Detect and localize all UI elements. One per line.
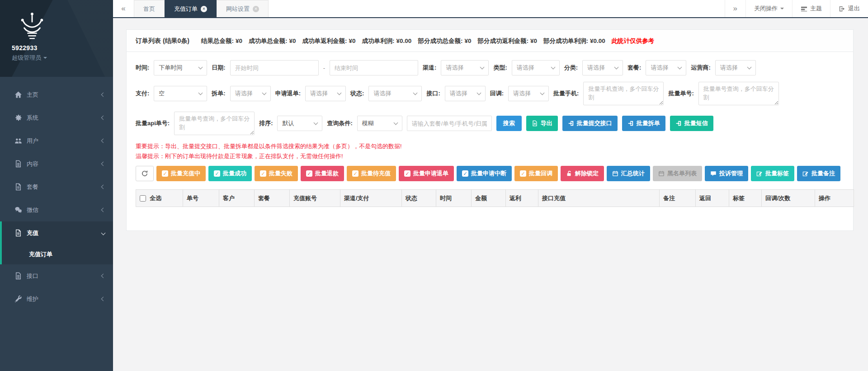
refund-filter-label: 申请退单: — [275, 89, 301, 98]
logout-button[interactable]: 退出 — [830, 0, 868, 17]
complaint-manage-button[interactable]: 投诉管理 — [705, 166, 748, 181]
table-header-row: 全选 单号 客户 套餐 充值账号 渠道/支付 状态 时间 金额 — [136, 190, 854, 207]
file-text-icon — [14, 160, 22, 168]
batch-refund-button[interactable]: ✓批量退款 — [301, 166, 344, 181]
time-type-select[interactable]: 下单时间 — [154, 60, 207, 75]
chevron-left-icon — [101, 139, 106, 143]
unlock-button[interactable]: 解除锁定 — [561, 166, 604, 181]
tab-home[interactable]: 首页 — [134, 0, 165, 17]
summary-stats-button[interactable]: 汇总统计 — [607, 166, 650, 181]
col-callback-count: 回调/次数 — [762, 190, 815, 207]
callback-select[interactable]: 请选择 — [508, 86, 549, 101]
main-area: « 首页 充值订单 × 网站设置 × » 关闭操作 — [113, 0, 868, 371]
sidebar-item-label: 接口 — [27, 272, 102, 280]
sidebar-item-system[interactable]: 系统 — [0, 106, 113, 129]
start-date-input[interactable] — [230, 60, 319, 75]
col-return: 返回 — [696, 190, 729, 207]
chevron-down-icon — [198, 91, 203, 95]
keyword-search-input[interactable] — [407, 116, 492, 131]
sidebar-nav: 主页 系统 用户 内容 套餐 — [0, 77, 113, 310]
batch-pending-button[interactable]: ✓批量待充值 — [347, 166, 396, 181]
close-operations-dropdown[interactable]: 关闭操作 — [745, 0, 792, 17]
refresh-icon — [141, 170, 148, 177]
operator-filter-label: 运营商: — [691, 64, 710, 72]
split-select[interactable]: 请选择 — [230, 86, 271, 101]
tab-recharge-orders[interactable]: 充值订单 × — [165, 0, 217, 17]
select-all-checkbox[interactable] — [140, 195, 146, 202]
sidebar-item-label: 主页 — [27, 91, 102, 99]
chevron-left-icon — [101, 297, 106, 301]
sign-in-icon — [675, 120, 682, 127]
batch-fail-button[interactable]: ✓批量失败 — [255, 166, 298, 181]
select-all-header: 全选 — [136, 190, 183, 207]
date-range-separator: - — [323, 65, 325, 71]
batch-tag-button[interactable]: 批量标签 — [751, 166, 794, 181]
stat-partial-rebate: 部分成功返利金额:¥0 — [477, 37, 537, 45]
sidebar-item-api[interactable]: 接口 — [0, 264, 113, 287]
sidebar-item-users[interactable]: 用户 — [0, 129, 113, 152]
blacklist-button[interactable]: 黑名单列表 — [653, 166, 702, 181]
col-customer: 客户 — [219, 190, 255, 207]
user-role-dropdown[interactable]: 超级管理员 — [12, 54, 113, 62]
status-select[interactable]: 请选择 — [368, 86, 422, 101]
batch-recharging-button[interactable]: ✓批量充值中 — [156, 166, 206, 181]
warning-tip: 温馨提示：刚下的订单出现待付款是正常现象，正在排队支付，无需做任何操作! — [136, 151, 844, 161]
sidebar-item-content[interactable]: 内容 — [0, 152, 113, 175]
sidebar-item-package[interactable]: 套餐 — [0, 175, 113, 198]
batch-success-button[interactable]: ✓批量成功 — [208, 166, 252, 181]
refresh-button[interactable] — [136, 166, 154, 181]
search-button[interactable]: 搜索 — [496, 116, 522, 131]
wrench-icon — [14, 295, 22, 303]
batch-apply-refund-button[interactable]: ✓批量申请退单 — [399, 166, 454, 181]
pay-select[interactable]: 空 — [154, 86, 207, 101]
sidebar-subitem-recharge-orders[interactable]: 充值订单 — [2, 244, 113, 264]
sidebar-item-label: 套餐 — [27, 183, 102, 191]
api-select[interactable]: 请选择 — [445, 86, 486, 101]
sidebar: 5922933 超级管理员 主页 系统 用户 — [0, 0, 113, 371]
close-icon[interactable]: × — [253, 6, 259, 12]
batch-split-button[interactable]: 批量拆单 — [622, 116, 665, 131]
batch-sms-button[interactable]: 批量短信 — [670, 116, 713, 131]
sidebar-item-wechat[interactable]: 微信 — [0, 198, 113, 221]
batch-remark-button[interactable]: 批量备注 — [797, 166, 840, 181]
sidebar-item-maintain[interactable]: 维护 — [0, 287, 113, 310]
sort-label: 排序: — [259, 119, 273, 127]
page-title: 订单列表 (结果0条) — [136, 37, 189, 45]
operator-select[interactable]: 请选择 — [715, 60, 756, 75]
refund-select[interactable]: 请选择 — [305, 86, 346, 101]
theme-icon — [801, 5, 807, 12]
stat-total-amount: 结果总金额:¥0 — [201, 37, 242, 45]
sidebar-item-label: 内容 — [27, 160, 102, 168]
batch-submit-api-button[interactable]: 批量提交接口 — [562, 116, 618, 131]
stat-partial-total: 部分成功总金额:¥0 — [418, 37, 471, 45]
page-content: 订单列表 (结果0条) 结果总金额:¥0 成功单总金额:¥0 成功单返利金额:¥… — [113, 18, 868, 371]
category-select[interactable]: 请选择 — [582, 60, 623, 75]
logout-icon — [839, 5, 845, 12]
query-mode-select[interactable]: 模糊 — [357, 116, 402, 131]
batch-order-textarea[interactable] — [698, 82, 779, 105]
batch-phone-textarea[interactable] — [583, 82, 664, 105]
sort-select[interactable]: 默认 — [277, 116, 322, 131]
batch-callback-button[interactable]: ✓批量回调 — [514, 166, 558, 181]
batch-api-textarea[interactable] — [174, 112, 255, 135]
close-icon[interactable]: × — [201, 6, 207, 12]
chevron-left-icon — [101, 185, 106, 189]
topbar-actions: » 关闭操作 主题 退出 — [725, 0, 868, 17]
package-select[interactable]: 请选择 — [646, 60, 686, 75]
batch-apply-interrupt-button[interactable]: ✓批量申请中断 — [457, 166, 512, 181]
export-button[interactable]: 导出 — [526, 116, 558, 131]
type-select[interactable]: 请选择 — [512, 60, 560, 75]
sidebar-item-home[interactable]: 主页 — [0, 83, 113, 106]
tab-site-settings[interactable]: 网站设置 × — [217, 0, 269, 17]
col-package: 套餐 — [255, 190, 290, 207]
sidebar-item-label: 维护 — [27, 295, 102, 303]
collapse-tabs-left-icon[interactable]: « — [113, 0, 134, 17]
theme-button[interactable]: 主题 — [792, 0, 830, 17]
sidebar-item-recharge[interactable]: 充值 — [2, 221, 113, 244]
end-date-input[interactable] — [330, 60, 418, 75]
collapse-tabs-right-icon[interactable]: » — [725, 0, 745, 17]
split-filter-label: 拆单: — [212, 89, 225, 98]
orders-panel: 订单列表 (结果0条) 结果总金额:¥0 成功单总金额:¥0 成功单返利金额:¥… — [126, 29, 854, 231]
col-api-recharge: 接口充值 — [538, 190, 660, 207]
channel-select[interactable]: 请选择 — [441, 60, 489, 75]
